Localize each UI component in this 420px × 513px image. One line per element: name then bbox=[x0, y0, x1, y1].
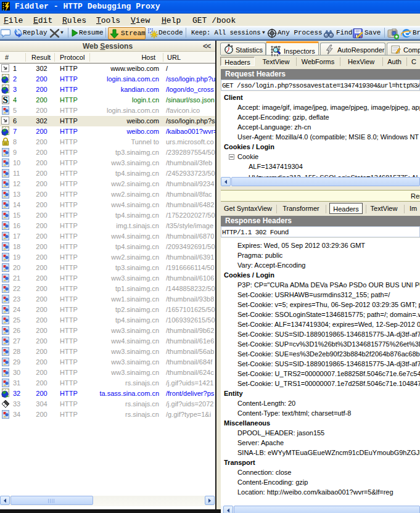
svg-text:S: S bbox=[2, 95, 7, 105]
